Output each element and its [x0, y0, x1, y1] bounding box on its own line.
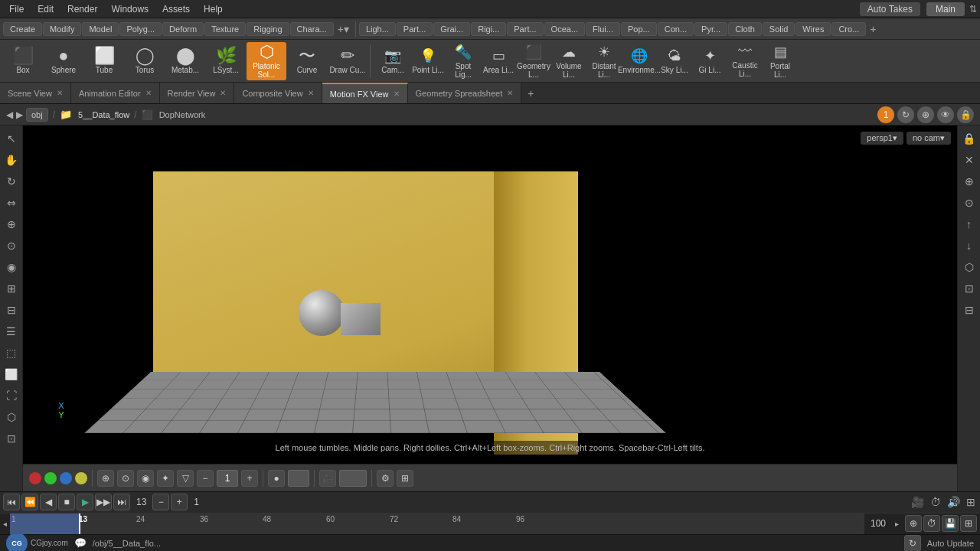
tab-composite-view[interactable]: Composite View ✕	[234, 83, 322, 104]
tool-distantli[interactable]: ☀ Distant Li...	[587, 42, 621, 80]
ctrl-options1[interactable]: ⚙	[377, 470, 394, 487]
ctrl-frame-input[interactable]	[217, 470, 238, 487]
tb-modify[interactable]: Modify	[43, 22, 81, 36]
ctrl-snap3[interactable]: ◉	[137, 470, 154, 487]
sidebar-tool2[interactable]: ⊙	[2, 236, 21, 256]
rs-icon1[interactable]: 🔒	[959, 129, 979, 148]
sidebar-tool11[interactable]: ⊡	[2, 429, 21, 448]
tb-cloth[interactable]: Cloth	[728, 22, 762, 36]
tool-spotlig[interactable]: 🔦 Spot Lig...	[446, 42, 480, 80]
tool-lsyst[interactable]: 🌿 LSyst...	[206, 42, 246, 80]
auto-takes-button[interactable]: Auto Takes	[860, 2, 920, 16]
menu-render[interactable]: Render	[61, 2, 103, 16]
menu-windows[interactable]: Windows	[105, 2, 155, 16]
tl-icon2[interactable]: ⏱	[929, 496, 942, 508]
sidebar-tool1[interactable]: ⊕	[2, 214, 21, 234]
ctrl-scale-input[interactable]: 2.2	[339, 470, 367, 487]
tl-minus[interactable]: −	[152, 494, 169, 510]
tb-deform[interactable]: Deform	[162, 22, 204, 36]
tb-rigging[interactable]: Rigging	[247, 22, 289, 36]
tl-rewind[interactable]: ⏮	[3, 494, 20, 510]
tab-scene-view[interactable]: Scene View ✕	[0, 83, 71, 104]
color-dot-yellow[interactable]	[75, 472, 87, 484]
tl-scroll-left[interactable]: ◂	[0, 520, 10, 528]
tb-right-plus[interactable]: +	[867, 23, 879, 35]
bc-circle-home[interactable]: ⊕	[917, 106, 934, 123]
breadcrumb-folder[interactable]: 5__Data_flow	[78, 110, 129, 119]
tab-animation-editor-close[interactable]: ✕	[145, 89, 152, 97]
tool-gili[interactable]: ✦ Gi Li...	[693, 42, 727, 80]
tb-part2[interactable]: Part...	[507, 22, 543, 36]
tool-platonic[interactable]: ⬡ Platonic Sol...	[247, 42, 286, 80]
bc-circle-1[interactable]: 1	[877, 106, 894, 123]
tb-chara[interactable]: Chara...	[290, 22, 334, 36]
sidebar-scale[interactable]: ⇔	[2, 193, 21, 213]
sidebar-tool8[interactable]: ⬜	[2, 364, 21, 384]
tab-motion-fx-view[interactable]: Motion FX View ✕	[322, 83, 408, 104]
tb-flui[interactable]: Flui...	[586, 22, 620, 36]
sidebar-tool4[interactable]: ⊞	[2, 279, 21, 298]
sidebar-rotate[interactable]: ↻	[2, 171, 21, 191]
rs-icon8[interactable]: ⊡	[959, 279, 979, 298]
tl-icon4[interactable]: ⊞	[965, 496, 977, 508]
menu-assets[interactable]: Assets	[156, 2, 196, 16]
rs-icon5[interactable]: ↑	[959, 214, 979, 234]
rs-icon2[interactable]: ✕	[959, 150, 979, 170]
tool-skyli[interactable]: 🌤 Sky Li...	[658, 42, 691, 80]
bc-circle-eye[interactable]: 👁	[937, 106, 954, 123]
tb-texture[interactable]: Texture	[204, 22, 246, 36]
sidebar-select[interactable]: ↖	[2, 129, 21, 148]
tool-environ[interactable]: 🌐 Environme...	[622, 42, 656, 80]
tl-extra4[interactable]: ⊞	[960, 515, 977, 532]
main-label[interactable]: Main	[926, 2, 965, 16]
tool-sphere[interactable]: ● Sphere	[44, 42, 83, 80]
tool-portalli[interactable]: ▤ Portal Li...	[763, 42, 797, 80]
breadcrumb-forward[interactable]: ▶	[16, 109, 23, 120]
sidebar-tool3[interactable]: ◉	[2, 257, 21, 277]
tl-forward-end[interactable]: ⏭	[113, 494, 130, 510]
ctrl-shade1[interactable]: ●	[268, 470, 285, 487]
tool-tube[interactable]: ⬜ Tube	[84, 42, 124, 80]
viewport[interactable]: Left mouse tumbles. Middle pans. Right d…	[23, 126, 957, 464]
tl-next-frame[interactable]: ▶▶	[95, 494, 112, 510]
ctrl-cam[interactable]: 🎥	[319, 470, 336, 487]
tb-con[interactable]: Con...	[658, 22, 694, 36]
tab-motion-fx-view-close[interactable]: ✕	[394, 90, 400, 98]
tab-geometry-spreadsheet-close[interactable]: ✕	[507, 89, 513, 97]
tool-box[interactable]: ⬛ Box	[3, 42, 43, 80]
rs-icon6[interactable]: ↓	[959, 236, 979, 256]
rs-icon4[interactable]: ⊙	[959, 193, 979, 213]
tab-add-button[interactable]: +	[521, 84, 540, 103]
ctrl-tri[interactable]: ▽	[177, 470, 194, 487]
tab-render-view-close[interactable]: ✕	[220, 89, 226, 97]
ctrl-shutter-input[interactable]: 0	[288, 470, 309, 487]
sidebar-move[interactable]: ✋	[2, 150, 21, 170]
tool-curve[interactable]: 〜 Curve	[287, 42, 327, 80]
tl-prev-frame[interactable]: ◀	[40, 494, 57, 510]
ctrl-snap2[interactable]: ⊙	[117, 470, 134, 487]
tb-create[interactable]: Create	[3, 22, 42, 36]
tab-composite-view-close[interactable]: ✕	[308, 89, 314, 97]
tb-rigi[interactable]: Rigi...	[471, 22, 506, 36]
tab-geometry-spreadsheet[interactable]: Geometry Spreadsheet ✕	[408, 83, 522, 104]
rs-icon3[interactable]: ⊕	[959, 171, 979, 191]
sidebar-tool7[interactable]: ⬚	[2, 343, 21, 363]
tool-areali[interactable]: ▭ Area Li...	[482, 42, 515, 80]
tl-scroll-right[interactable]: ▸	[892, 520, 902, 528]
camera-label[interactable]: no cam▾	[906, 132, 951, 145]
perspective-label[interactable]: persp1▾	[861, 132, 903, 145]
tool-metab[interactable]: ⬤ Metab...	[165, 42, 205, 80]
tb-wires[interactable]: Wires	[795, 22, 831, 36]
breadcrumb-back[interactable]: ◀	[6, 109, 13, 120]
tb-polyg[interactable]: Polyg...	[119, 22, 162, 36]
color-dot-green[interactable]	[44, 472, 57, 484]
status-refresh[interactable]: ↻	[904, 535, 921, 552]
tool-pointli[interactable]: 💡 Point Li...	[411, 42, 445, 80]
tl-stop[interactable]: ■	[58, 494, 75, 510]
sidebar-tool5[interactable]: ⊟	[2, 300, 21, 320]
tool-torus[interactable]: ◯ Torus	[125, 42, 165, 80]
rs-icon9[interactable]: ⊟	[959, 300, 979, 320]
tb-model[interactable]: Model	[82, 22, 119, 36]
tab-render-view[interactable]: Render View ✕	[160, 83, 235, 104]
tl-extra1[interactable]: ⊕	[905, 515, 922, 532]
